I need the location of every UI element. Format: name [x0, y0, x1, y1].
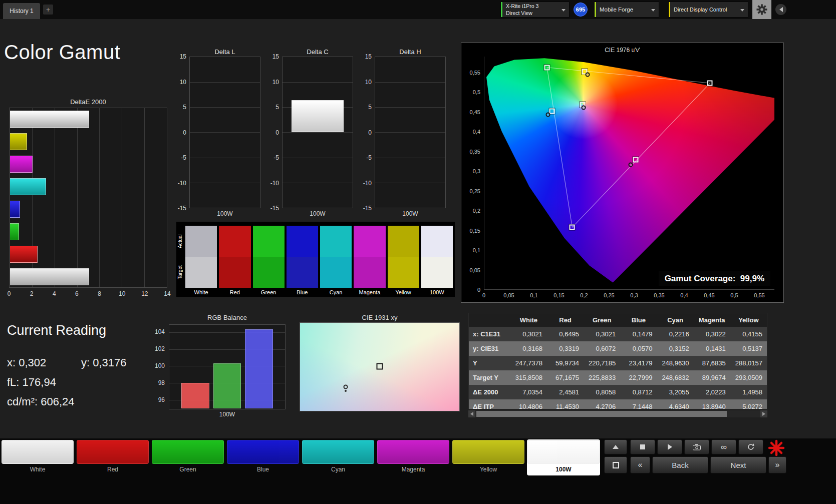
patch-red[interactable]: Red: [76, 439, 149, 475]
swatch-target: [354, 257, 385, 288]
back-label: Back: [672, 461, 688, 469]
table-cell: 22,7999: [620, 370, 657, 385]
play-button[interactable]: [657, 439, 682, 454]
tab-history-1[interactable]: History 1: [3, 3, 40, 19]
page-title: Color Gamut: [4, 41, 120, 64]
delta-gridline: [375, 107, 445, 108]
gamut-coverage-label: Gamut Coverage:: [665, 274, 736, 283]
cie1931-title: CIE 1931 xy: [300, 314, 460, 321]
current-reading-title: Current Reading: [7, 323, 106, 338]
table-cell: 4,2706: [584, 399, 620, 409]
table-corner-cell: [469, 313, 510, 327]
delta-h-y-axis: 151050-5-10-15: [357, 57, 374, 208]
refresh-button[interactable]: [738, 439, 763, 454]
swatch-white: White: [185, 226, 217, 297]
cie1976-marker-yellow-measured: [585, 73, 590, 77]
cie1976-y-tick-label: 0,3: [473, 168, 480, 174]
delta-y-tick-label: 15: [272, 53, 279, 60]
meter-text: X-Rite i1Pro 3 Direct View: [506, 3, 538, 17]
continuous-read-button[interactable]: ∞: [711, 439, 736, 454]
swatch-label: 100W: [421, 288, 453, 297]
scrollbar-thumb[interactable]: [476, 411, 727, 417]
camera-icon: [693, 444, 701, 450]
patch-100w[interactable]: 100W: [527, 439, 600, 475]
capture-button[interactable]: [684, 439, 709, 454]
swatch-target: [388, 257, 419, 288]
back-button[interactable]: Back: [652, 456, 708, 473]
scroll-left-arrow[interactable]: [468, 410, 475, 417]
right-arrow-icon: [762, 412, 765, 416]
settings-button[interactable]: [752, 0, 771, 19]
display-control-dropdown[interactable]: Direct Display Control: [668, 2, 748, 18]
expand-panel-button[interactable]: [604, 439, 627, 454]
patch-blue[interactable]: Blue: [226, 439, 300, 475]
delta-gridline: [283, 183, 353, 183]
collapse-toolbar-button[interactable]: [773, 0, 788, 19]
plus-icon: +: [46, 6, 50, 14]
cie1931-plot: [300, 322, 460, 411]
cie1976-marker-green-target: [544, 65, 549, 70]
cie1976-y-tick-label: 0,05: [470, 267, 480, 273]
delta-y-tick-label: 10: [365, 79, 372, 86]
swatch-target: [421, 257, 453, 288]
table-scrollbar[interactable]: [468, 410, 767, 417]
cie1976-y-tick-label: 0,15: [470, 228, 480, 234]
page-prev-button[interactable]: «: [630, 456, 650, 473]
table-row-header: x: C1E31: [469, 327, 510, 341]
delta-gridline: [190, 158, 260, 158]
table-cell: 7,0354: [510, 385, 547, 399]
deltae-x-tick-label: 4: [53, 290, 56, 297]
rgb-y-tick-label: 96: [158, 396, 165, 403]
bottom-bar: WhiteRedGreenBlueCyanMagentaYellow100W ∞: [0, 438, 836, 504]
session-badge-value: 695: [576, 7, 585, 13]
source-dropdown[interactable]: Mobile Forge: [594, 2, 659, 18]
page-next-button[interactable]: »: [768, 456, 786, 473]
meter-dropdown[interactable]: X-Rite i1Pro 3 Direct View: [500, 2, 570, 18]
delta-gridline: [190, 133, 260, 133]
delta-gridline: [375, 133, 445, 133]
patch-yellow[interactable]: Yellow: [452, 439, 525, 475]
next-button[interactable]: Next: [710, 456, 766, 473]
table-cell: 3,2055: [657, 385, 693, 399]
pattern-window-button[interactable]: [604, 456, 627, 473]
swatch-columns: WhiteRedGreenBlueCyanMagentaYellow100W: [185, 226, 453, 297]
source-accent-stripe: [595, 2, 596, 17]
add-tab-button[interactable]: +: [43, 5, 53, 15]
table-cell: 7,1448: [620, 399, 657, 409]
cie1976-y-tick-label: 0,55: [470, 70, 480, 76]
patch-white[interactable]: White: [1, 439, 74, 475]
patch-magenta[interactable]: Magenta: [377, 439, 450, 475]
table-cell: 13,8940: [694, 399, 730, 409]
infinity-icon: ∞: [721, 443, 727, 451]
table-column-header: Red: [547, 313, 584, 327]
delta-h-x-label: 100W: [375, 210, 446, 217]
table-cell: 23,4179: [620, 356, 657, 370]
swatch-actual: [185, 226, 217, 257]
delta-y-tick-label: -15: [363, 205, 372, 212]
table-column-header: Magenta: [694, 313, 730, 327]
swatch-actual: [219, 226, 250, 257]
delta-y-tick-label: -5: [366, 154, 372, 161]
top-toolbar: History 1 + X-Rite i1Pro 3 Direct View 6…: [0, 0, 836, 19]
scroll-right-arrow[interactable]: [760, 410, 767, 417]
rgb-bar-red: [181, 383, 209, 408]
delta-gridline: [283, 133, 353, 133]
gamut-coverage-value: 99,9%: [740, 274, 764, 283]
meter-name: X-Rite i1Pro 3: [506, 3, 538, 10]
deltae-x-tick-label: 12: [141, 290, 148, 297]
cie1976-x-tick-label: 0,5: [730, 292, 738, 298]
stop-icon: [640, 444, 645, 449]
table-cell: 2,0223: [694, 385, 730, 399]
patch-cyan[interactable]: Cyan: [302, 439, 375, 475]
cie1976-x-tick-label: 0,35: [654, 292, 664, 298]
delta-h-chart: [375, 57, 446, 208]
table-cell: 0,8058: [584, 385, 620, 399]
table-cell: 87,6835: [694, 356, 730, 370]
table-cell: 248,6832: [657, 370, 693, 385]
stop-button[interactable]: [630, 439, 655, 454]
swatch-green: Green: [253, 226, 285, 297]
patch-green[interactable]: Green: [151, 439, 224, 475]
deltae-bar-magenta: [10, 156, 33, 173]
swatch-actual: [287, 226, 318, 257]
swatch-100w: 100W: [421, 226, 453, 297]
